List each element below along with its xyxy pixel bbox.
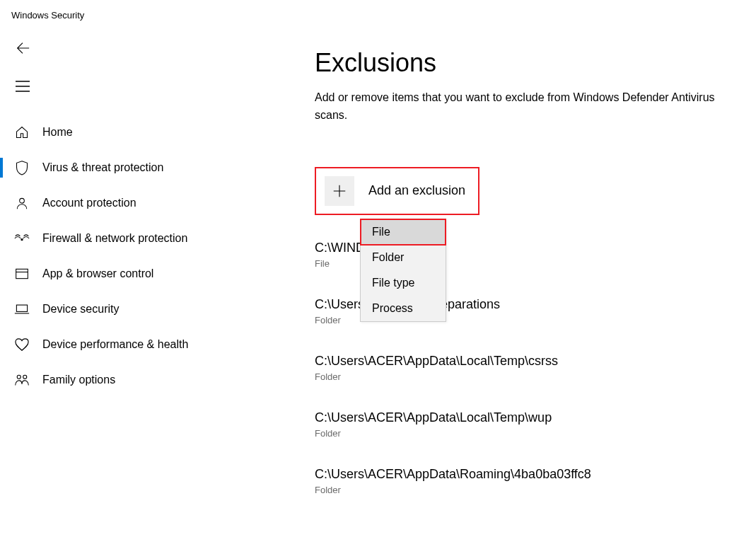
shield-icon xyxy=(14,160,30,175)
hamburger-icon xyxy=(16,81,30,92)
plus-icon xyxy=(325,176,354,206)
heart-icon xyxy=(14,337,30,352)
sidebar-item-home[interactable]: Home xyxy=(0,115,226,150)
browser-icon xyxy=(14,266,30,282)
exclusion-item[interactable]: C:\Users\ACER\AppData\Local\Temp\csrss F… xyxy=(315,354,742,382)
home-icon xyxy=(14,125,30,140)
svg-point-4 xyxy=(17,375,21,379)
add-exclusion-dropdown: File Folder File type Process xyxy=(360,219,446,322)
sidebar-item-device-security[interactable]: Device security xyxy=(0,291,226,327)
svg-point-5 xyxy=(23,375,27,379)
sidebar-item-account[interactable]: Account protection xyxy=(0,185,226,221)
sidebar-item-label: Family options xyxy=(42,374,115,386)
svg-rect-2 xyxy=(16,269,28,278)
svg-point-0 xyxy=(20,198,25,203)
sidebar-item-label: Firewall & network protection xyxy=(42,232,187,245)
family-icon xyxy=(14,372,30,388)
dropdown-item-file-type[interactable]: File type xyxy=(361,270,446,296)
dropdown-item-process[interactable]: Process xyxy=(361,296,446,321)
sidebar-item-label: Device performance & health xyxy=(42,338,188,351)
sidebar-item-label: App & browser control xyxy=(42,267,153,280)
sidebar-item-label: Home xyxy=(42,126,73,139)
sidebar-item-label: Account protection xyxy=(42,197,136,209)
menu-button[interactable] xyxy=(14,78,31,95)
add-exclusion-button[interactable]: Add an exclusion xyxy=(315,167,479,215)
back-arrow-icon xyxy=(15,40,30,56)
dropdown-item-file[interactable]: File xyxy=(361,219,446,245)
person-icon xyxy=(14,195,30,211)
back-button[interactable] xyxy=(14,40,31,57)
exclusion-path: C:\Users\ACER\AppData\Local\Temp\wup xyxy=(315,410,742,425)
exclusion-type: Folder xyxy=(315,485,742,495)
signal-icon xyxy=(14,231,30,246)
add-exclusion-label: Add an exclusion xyxy=(368,183,465,198)
exclusion-type: Folder xyxy=(315,428,742,439)
sidebar-item-app-browser[interactable]: App & browser control xyxy=(0,256,226,291)
sidebar: Home Virus & threat protection Account p… xyxy=(0,115,226,398)
sidebar-item-performance-health[interactable]: Device performance & health xyxy=(0,327,226,362)
exclusion-item[interactable]: C:\Users\ACER\AppData\Roaming\4ba0ba03ff… xyxy=(315,467,742,495)
svg-rect-3 xyxy=(16,305,27,311)
svg-point-1 xyxy=(21,239,23,241)
sidebar-item-virus-threat[interactable]: Virus & threat protection xyxy=(0,150,226,185)
exclusion-path: C:\Users\ACER\AppData\Local\Temp\csrss xyxy=(315,354,742,369)
page-title: Exclusions xyxy=(315,48,742,78)
exclusion-type: Folder xyxy=(315,371,742,382)
dropdown-item-folder[interactable]: Folder xyxy=(361,245,446,270)
sidebar-item-firewall[interactable]: Firewall & network protection xyxy=(0,221,226,256)
sidebar-item-family[interactable]: Family options xyxy=(0,362,226,398)
app-title: Windows Security xyxy=(0,0,756,21)
exclusion-path: C:\Users\ACER\AppData\Roaming\4ba0ba03ff… xyxy=(315,467,742,482)
exclusion-item[interactable]: C:\Users\ACER\AppData\Local\Temp\wup Fol… xyxy=(315,410,742,439)
sidebar-item-label: Device security xyxy=(42,303,119,316)
sidebar-item-label: Virus & threat protection xyxy=(42,161,163,174)
laptop-icon xyxy=(14,301,30,317)
page-description: Add or remove items that you want to exc… xyxy=(315,89,735,125)
